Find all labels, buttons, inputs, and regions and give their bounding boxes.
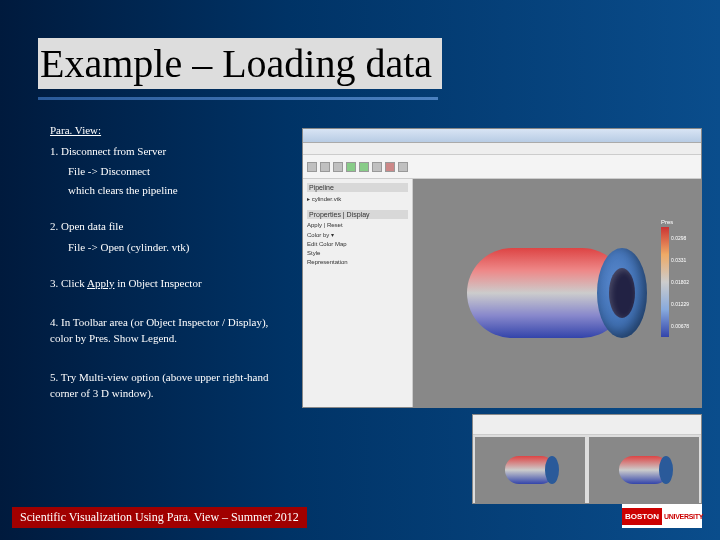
step-4: 4. In Toolbar area (or Object Inspector … bbox=[50, 314, 290, 347]
step-2-sub-a: File -> Open (cylinder. vtk) bbox=[68, 239, 290, 256]
toolbar-icon bbox=[346, 162, 356, 172]
title-underline bbox=[38, 97, 438, 100]
cylinder-bore bbox=[609, 268, 635, 318]
panel-row: Style bbox=[307, 250, 408, 256]
window-toolbar bbox=[303, 155, 701, 179]
slide-footer: Scientific Visualization Using Para. Vie… bbox=[12, 507, 307, 528]
step-1: 1. Disconnect from Server bbox=[50, 143, 290, 160]
colorbar-label: Pres bbox=[661, 219, 695, 225]
paraview-screenshot-main: Pipeline ▸ cylinder.vtk Properties | Dis… bbox=[302, 128, 702, 408]
toolbar-icon bbox=[359, 162, 369, 172]
cylinder-render bbox=[457, 223, 657, 363]
instructions-heading: Para. View: bbox=[50, 122, 290, 139]
panel-header: Properties | Display bbox=[307, 210, 408, 219]
mini-cylinder bbox=[619, 456, 669, 484]
step-3-prefix: 3. Click bbox=[50, 277, 87, 289]
panel-row: ▸ cylinder.vtk bbox=[307, 195, 408, 202]
slide-title: Example – Loading data bbox=[38, 38, 442, 89]
tick: 0.0331 bbox=[671, 249, 689, 271]
instructions-panel: Para. View: 1. Disconnect from Server Fi… bbox=[50, 122, 290, 406]
toolbar-icon bbox=[333, 162, 343, 172]
tick: 0.00678 bbox=[671, 315, 689, 337]
step-3: 3. Click Apply in Object Inspector bbox=[50, 275, 290, 292]
window-menubar bbox=[303, 143, 701, 155]
render-view-3d: Pres 0.0298 0.0331 0.01802 0.01229 0.006… bbox=[413, 179, 701, 407]
step-3-suffix: in Object Inspector bbox=[114, 277, 201, 289]
toolbar-icon bbox=[398, 162, 408, 172]
multiview-toolbar bbox=[473, 415, 701, 435]
toolbar-icon bbox=[320, 162, 330, 172]
panel-header: Pipeline bbox=[307, 183, 408, 192]
panel-row: Apply | Reset bbox=[307, 222, 408, 228]
toolbar-icon bbox=[307, 162, 317, 172]
panel-row: Edit Color Map bbox=[307, 241, 408, 247]
logo-text: UNIVERSITY bbox=[662, 513, 703, 520]
object-inspector-panel: Pipeline ▸ cylinder.vtk Properties | Dis… bbox=[303, 179, 413, 407]
step-5: 5. Try Multi-view option (above upper ri… bbox=[50, 369, 290, 402]
tick: 0.01802 bbox=[671, 271, 689, 293]
tick: 0.0298 bbox=[671, 227, 689, 249]
step-1-sub-a: File -> Disconnect bbox=[68, 163, 290, 180]
step-1-sub-b: which clears the pipeline bbox=[68, 182, 290, 199]
multiview-pane-right bbox=[589, 437, 699, 503]
logo-mark: BOSTON bbox=[622, 508, 662, 525]
color-legend: Pres 0.0298 0.0331 0.01802 0.01229 0.006… bbox=[661, 219, 695, 359]
mini-cylinder bbox=[505, 456, 555, 484]
window-titlebar bbox=[303, 129, 701, 143]
apply-word: Apply bbox=[87, 277, 115, 289]
tick: 0.01229 bbox=[671, 293, 689, 315]
panel-row: Representation bbox=[307, 259, 408, 265]
toolbar-icon bbox=[372, 162, 382, 172]
paraview-screenshot-multiview bbox=[472, 414, 702, 504]
boston-university-logo: BOSTON UNIVERSITY bbox=[622, 504, 702, 528]
colorbar-strip bbox=[661, 227, 669, 337]
step-2: 2. Open data file bbox=[50, 218, 290, 235]
panel-row: Color by ▾ bbox=[307, 231, 408, 238]
multiview-pane-left bbox=[475, 437, 585, 503]
toolbar-icon bbox=[385, 162, 395, 172]
colorbar-ticks: 0.0298 0.0331 0.01802 0.01229 0.00678 bbox=[671, 227, 689, 337]
